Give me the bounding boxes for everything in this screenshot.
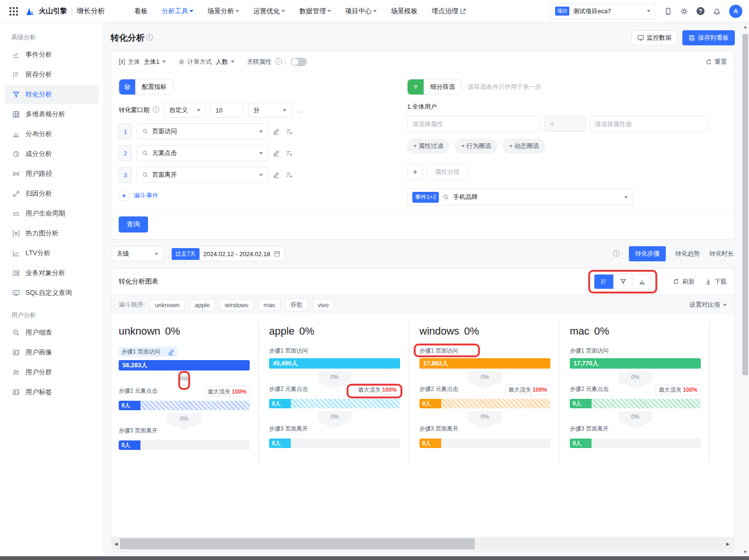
download-button[interactable]: 下载 xyxy=(705,277,727,286)
operator-select[interactable]: = xyxy=(544,116,586,132)
date-filter-row: 天级 过去7天 2024.02.12 - 2024.02.18 ⓘ 转化步骤 转… xyxy=(112,246,734,261)
sidebar-item-user-segment[interactable]: 用户分群 xyxy=(5,363,99,382)
step1-label-editable[interactable]: 步骤1 页面访问 xyxy=(119,347,177,357)
sidebar-item-distribution-analysis[interactable]: 分布分析 xyxy=(5,125,99,144)
order-pill-google[interactable]: 谷歌 xyxy=(285,298,308,311)
horizontal-scroll-thumb[interactable] xyxy=(120,538,475,549)
date-range-picker[interactable]: 过去7天 2024.02.12 - 2024.02.18 xyxy=(169,246,285,261)
sidebar-item-user-profile[interactable]: 用户画像 xyxy=(5,343,99,362)
settings-gear-icon[interactable] xyxy=(680,8,688,15)
menu-dashboard[interactable]: 看板 xyxy=(134,7,148,16)
attribute-value-input[interactable] xyxy=(590,116,709,132)
project-selector[interactable]: 项目 测试项目eca7 xyxy=(550,3,656,19)
sidebar-item-conversion-analysis[interactable]: 转化分析 xyxy=(5,85,99,104)
order-pill-vivo[interactable]: vivo xyxy=(313,299,334,311)
scroll-left-arrow[interactable]: ◀ xyxy=(114,542,119,546)
conversion-funnel-icon xyxy=(12,91,20,98)
scroll-right-arrow[interactable]: ▶ xyxy=(726,542,731,546)
sidebar-item-multidim-table[interactable]: 多维表格分析 xyxy=(5,105,99,124)
add-attribute-filter-button[interactable]: + 属性过滤 xyxy=(407,138,449,154)
info-icon[interactable]: ⓘ xyxy=(153,106,159,114)
order-pill-unknown[interactable]: unknown xyxy=(150,299,185,311)
user-avatar[interactable]: A xyxy=(729,5,742,18)
sidebar-item-user-tag[interactable]: 用户标签 xyxy=(5,383,99,402)
subject-select[interactable]: 主体1 xyxy=(144,58,166,66)
sidebar-item-user-path[interactable]: 用户路径 xyxy=(5,164,99,183)
menu-analysis-tools[interactable]: 分析工具 xyxy=(162,7,193,16)
step3-event-select[interactable]: 页面离开 xyxy=(137,167,268,183)
event-scope-badge: 事件1+2 xyxy=(412,192,439,203)
notification-bell-icon[interactable] xyxy=(713,8,721,15)
metric-config-tab[interactable]: 配置指标 xyxy=(119,79,174,95)
scroll-up-arrow[interactable]: ▲ xyxy=(743,23,748,31)
granularity-select[interactable]: 天级 xyxy=(112,246,164,261)
menu-operation[interactable]: 运营优化 xyxy=(253,7,285,16)
menu-scene-template[interactable]: 场景模板 xyxy=(391,7,418,16)
bar-horizontal-view-button[interactable] xyxy=(594,275,613,289)
info-icon[interactable]: ⓘ xyxy=(275,58,282,66)
save-to-dashboard-button[interactable]: 保存到看板 xyxy=(682,30,735,45)
attribute-group-button[interactable]: 属性分组 xyxy=(427,164,468,180)
sidebar-item-ltv-analysis[interactable]: LTV分析 xyxy=(5,244,99,263)
tab-conversion-trend[interactable]: 转化趋势 xyxy=(675,250,700,258)
menu-project-center[interactable]: 项目中心 xyxy=(345,7,377,16)
sidebar-item-business-object[interactable]: 业务对象分析 xyxy=(5,264,99,283)
edit-step-icon[interactable] xyxy=(273,128,279,135)
help-icon[interactable]: ? xyxy=(697,7,705,15)
order-pill-mac[interactable]: mac xyxy=(258,299,280,311)
window-unit-select[interactable]: 分 xyxy=(248,103,292,118)
brand-logo[interactable]: 火山引擎 | 增长分析 xyxy=(25,6,105,17)
info-icon[interactable]: ⓘ xyxy=(613,250,619,258)
edit-step-icon[interactable] xyxy=(273,172,279,178)
step1-event-select[interactable]: 页面访问 xyxy=(137,123,268,139)
tab-conversion-duration[interactable]: 转化时长 xyxy=(709,250,734,258)
calc-mode-select[interactable]: 人数 xyxy=(216,58,235,66)
sidebar-item-heatmap-analysis[interactable]: 热力图分析 xyxy=(5,224,99,243)
tab-conversion-steps[interactable]: 转化步骤 xyxy=(629,246,666,261)
column-view-button[interactable] xyxy=(632,275,651,289)
monitor-data-button[interactable]: 监控数据 xyxy=(631,30,678,45)
funnel-order-row: 漏斗顺序: unknown apple windows mac 谷歌 vivo … xyxy=(111,295,734,315)
apps-grid-icon[interactable] xyxy=(9,7,18,16)
horizontal-scrollbar[interactable]: ◀ ▶ xyxy=(112,537,734,551)
order-pill-apple[interactable]: apple xyxy=(190,299,215,311)
vertical-scroll-thumb[interactable] xyxy=(742,34,748,375)
menu-data-management[interactable]: 数据管理 xyxy=(299,7,331,16)
menu-tracking-governance[interactable]: 埋点治理 xyxy=(432,7,466,16)
edit-step-icon[interactable] xyxy=(273,150,279,156)
add-step-filter-icon[interactable] xyxy=(286,172,293,178)
add-step-filter-icon[interactable] xyxy=(286,150,293,156)
sidebar-item-retention-analysis[interactable]: 留存分析 xyxy=(5,65,99,84)
add-step-filter-icon[interactable] xyxy=(286,128,293,135)
sidebar-item-attribution-analysis[interactable]: 归因分析 xyxy=(5,184,99,203)
sidebar-item-sql-query[interactable]: SQL自定义查询 xyxy=(5,284,99,302)
order-pill-windows[interactable]: windows xyxy=(219,299,253,311)
reset-button[interactable]: 重置 xyxy=(705,58,727,66)
attribute-input[interactable] xyxy=(407,116,540,132)
window-value-input[interactable] xyxy=(210,103,244,118)
add-funnel-event-button[interactable]: + 漏斗事件 xyxy=(119,190,395,201)
add-behavior-filter-button[interactable]: + 行为圈选 xyxy=(455,138,497,154)
segment-filter-tab[interactable]: 细分筛选 xyxy=(407,79,462,95)
scroll-down-arrow[interactable]: ▼ xyxy=(743,548,748,556)
query-button[interactable]: 查询 xyxy=(119,216,148,233)
add-group-plus-button[interactable]: + xyxy=(407,164,423,180)
sidebar-item-event-analysis[interactable]: 事件分析 xyxy=(5,45,99,64)
add-dynamic-filter-button[interactable]: + 动态圈选 xyxy=(503,138,545,154)
window-mode-select[interactable]: 自定义 xyxy=(164,103,206,118)
vertical-scrollbar[interactable]: ▲ ▼ xyxy=(741,23,749,556)
refresh-button[interactable]: 刷新 xyxy=(673,277,695,286)
info-icon[interactable]: ⓘ xyxy=(146,34,153,42)
menu-scene-analysis[interactable]: 场景分析 xyxy=(208,7,239,16)
step2-event-select[interactable]: 元素点击 xyxy=(137,145,268,161)
sidebar-item-user-lifecycle[interactable]: 用户生命周期 xyxy=(5,204,99,223)
step3-label: 步骤3 页面离开 xyxy=(269,425,318,435)
group-by-select[interactable]: 事件1+2 手机品牌 xyxy=(407,189,633,206)
mobile-app-icon[interactable] xyxy=(664,8,672,15)
set-comparison-button[interactable]: 设置对比项 xyxy=(689,301,727,309)
more-options[interactable]: … xyxy=(296,107,304,114)
sidebar-item-user-inspect[interactable]: 用户细查 xyxy=(5,323,99,342)
funnel-view-button[interactable] xyxy=(613,275,632,289)
sidebar-item-composition-analysis[interactable]: 成分分析 xyxy=(5,145,99,164)
relation-attr-toggle[interactable] xyxy=(291,58,307,66)
